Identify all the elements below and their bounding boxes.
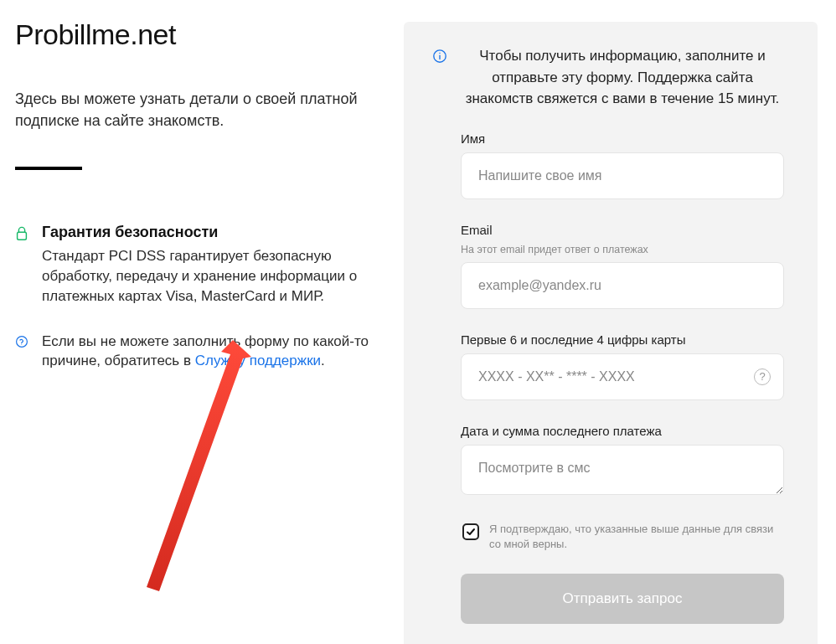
card-input[interactable] — [461, 353, 784, 400]
right-column: Чтобы получить информацию, заполните и о… — [385, 0, 836, 644]
form-intro-text: Чтобы получить информацию, заполните и о… — [461, 45, 789, 110]
help-text: Если вы не можете заполнить форму по как… — [42, 332, 370, 372]
security-heading: Гарантия безопасности — [42, 224, 370, 241]
security-text: Стандарт PCI DSS гарантирует безопасную … — [42, 246, 370, 306]
divider — [15, 167, 82, 170]
name-input[interactable] — [461, 152, 784, 199]
field-email: Email На этот email придет ответ о плате… — [461, 223, 784, 309]
question-icon — [15, 332, 30, 349]
lock-icon — [15, 224, 30, 241]
consent-row[interactable]: Я подтверждаю, что указанные выше данные… — [461, 522, 784, 552]
support-link[interactable]: Службу поддержки — [195, 353, 321, 368]
field-name: Имя — [461, 131, 784, 199]
form-intro-row: Чтобы получить информацию, заполните и о… — [432, 45, 789, 110]
payment-label: Дата и сумма последнего платежа — [461, 424, 784, 438]
svg-point-1 — [17, 336, 28, 347]
submit-button[interactable]: Отправить запрос — [461, 574, 784, 624]
help-block: Если вы не можете заполнить форму по как… — [15, 332, 370, 372]
card-help-icon[interactable]: ? — [754, 368, 771, 385]
help-suffix: . — [321, 353, 325, 368]
field-card: Первые 6 и последние 4 цифры карты ? — [461, 332, 784, 400]
consent-label: Я подтверждаю, что указанные выше данные… — [489, 522, 784, 552]
email-input[interactable] — [461, 262, 784, 309]
info-icon — [432, 45, 449, 110]
form-body: Имя Email На этот email придет ответ о п… — [432, 131, 789, 624]
form-panel: Чтобы получить информацию, заполните и о… — [404, 22, 818, 644]
svg-rect-0 — [18, 232, 27, 240]
consent-checkbox[interactable] — [462, 523, 479, 540]
site-title: Probillme.net — [15, 18, 370, 51]
name-label: Имя — [461, 131, 784, 146]
email-label: Email — [461, 223, 784, 237]
email-help: На этот email придет ответ о платежах — [461, 244, 784, 255]
security-block: Гарантия безопасности Стандарт PCI DSS г… — [15, 224, 370, 306]
field-payment: Дата и сумма последнего платежа — [461, 424, 784, 498]
left-column: Probillme.net Здесь вы можете узнать дет… — [0, 0, 385, 644]
intro-text: Здесь вы можете узнать детали о своей пл… — [15, 88, 359, 131]
card-label: Первые 6 и последние 4 цифры карты — [461, 332, 784, 347]
svg-point-2 — [21, 344, 22, 345]
svg-point-5 — [439, 53, 440, 54]
payment-input[interactable] — [461, 445, 784, 495]
